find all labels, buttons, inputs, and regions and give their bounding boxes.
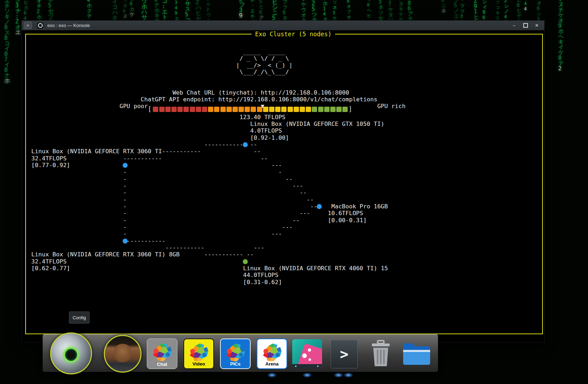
terminal-text: Linux Box (NVIDIA GEFORCE RTX 4060 TI) 1…: [243, 265, 388, 272]
terminal-row: ----: [26, 182, 542, 190]
terminal-row: [0.77-0.92]---: [26, 162, 542, 169]
terminal-row: | __/> < (_) |: [26, 62, 542, 69]
running-indicator: [344, 373, 353, 378]
matrix-column: クニヒホ0ナウヌノ1ス:イキソ9ク3ナ:Zオエ: [15, 0, 21, 35]
gpu-bar-segment: [257, 107, 262, 112]
terminal-text: -: [123, 182, 127, 189]
cluster-frame: Exo Cluster (5 nodes) _____ _____ / _ \ …: [25, 34, 543, 334]
terminal-text: | __/> < (_) |: [236, 62, 293, 69]
gpu-bar-segment: [239, 107, 244, 112]
terminal-row: [0.31-0.62]: [26, 279, 542, 286]
gpu-bar-segment: [300, 107, 305, 112]
node-dot-blue: [317, 204, 322, 209]
terminal-row: Linux Box (NVIDIA GEFORCE RTX 3060 TI---…: [26, 148, 542, 155]
terminal-text: _____ _____: [236, 48, 285, 55]
node-dot-blue: [243, 142, 248, 147]
folder-icon: [402, 342, 432, 366]
terminal-text: -: [123, 210, 127, 217]
maximize-button[interactable]: [522, 22, 529, 29]
terminal-text: -: [123, 217, 127, 224]
gpu-bar-open-bracket: [: [147, 106, 152, 113]
matrix-column: フハ04ヌチケオ9ホヘキイケ0テ2: [558, 0, 564, 71]
terminal-row: Linux Box (NVIDIA GEFORCE RTX 3060 TI) 8…: [26, 251, 542, 258]
terminal-text: ChatGPT API endpoint: http://192.168.0.1…: [141, 96, 378, 103]
terminal-row: ----: [26, 224, 542, 231]
running-indicator: [334, 373, 343, 378]
gpu-bar-segment: [208, 107, 213, 112]
terminal-row: [0.62-0.77]Linux Box (NVIDIA GEFORCE RTX…: [26, 265, 542, 272]
terminal-row: ---MacBook Pro 16GB: [26, 203, 542, 210]
running-indicator: [303, 373, 312, 378]
terminal-content: Exo Cluster (5 nodes) _____ _____ / _ \ …: [22, 30, 544, 342]
dock-item-chat[interactable]: Chat: [147, 338, 177, 369]
gpu-bar-segment: [202, 107, 207, 112]
terminal-text: ---: [293, 182, 303, 189]
gpu-bar-segment: [336, 107, 342, 112]
running-indicator: [267, 373, 277, 378]
terminal-text: -: [123, 224, 127, 230]
terminal-row: --: [26, 169, 542, 176]
terminal-row: _____ _____: [26, 48, 542, 55]
terminal-text: ---: [282, 224, 293, 230]
terminal-text: --: [250, 141, 257, 148]
topology: _____ _____ / _ \ \/ / _ \| __/> < (_) |…: [26, 34, 542, 334]
terminal-row: / _ \ \/ / _ \: [26, 55, 542, 62]
terminal-text: -: [278, 169, 282, 175]
dock-item-arena-label: Arena: [266, 361, 279, 367]
dock-item-file-manager[interactable]: [402, 342, 432, 367]
dock-item-arena[interactable]: Arena: [257, 338, 287, 369]
window-titlebar[interactable]: > exo : exo — Konsole – ✕: [22, 21, 544, 31]
terminal-text: Linux Box (NVIDIA GEFORCE RTX 3060 TI) 8…: [31, 251, 180, 258]
dock-item-video[interactable]: Video: [183, 338, 214, 369]
human-avatar-launcher[interactable]: [104, 335, 141, 373]
terminal-text: 32.4TFLOPS: [31, 155, 66, 162]
terminal-text: -: [123, 230, 127, 237]
gpu-gradient-bar: [ ]: [147, 106, 353, 113]
gpu-bar-segment: [214, 107, 219, 112]
config-button[interactable]: Config: [69, 311, 90, 324]
dock-item-chat-label: Chat: [157, 362, 167, 367]
terminal-row: \___/_/\_\___/: [26, 69, 542, 76]
gpu-bar-segment: [288, 107, 293, 112]
terminal-text: [0.62-0.77]: [31, 265, 70, 272]
terminal-row: ---: [26, 176, 542, 183]
dock-item-konsole[interactable]: >: [331, 340, 358, 368]
dock-item-media-app[interactable]: [292, 339, 322, 368]
terminal-row: Linux Box (NVIDIA GEFORCE GTX 1050 TI): [26, 121, 542, 128]
terminal-row: ----10.6TFLOPS: [26, 210, 542, 217]
terminal-row: Web Chat URL (tinychat): http://192.168.…: [26, 89, 542, 96]
minimize-button[interactable]: –: [510, 22, 518, 29]
gpu-bar-segment: [153, 107, 158, 112]
robot-avatar-launcher[interactable]: [50, 332, 92, 374]
media-app-toolbar-strip: [292, 364, 322, 368]
dock-item-pics[interactable]: PICs: [220, 338, 251, 369]
gpu-bar-segment: [165, 107, 171, 112]
terminal-row: ----: [26, 230, 542, 238]
terminal-text: -: [123, 169, 127, 175]
gpu-bar-segment: [190, 107, 195, 112]
terminal-text: ---: [254, 244, 264, 251]
terminal-text: 10.6TFLOPS: [328, 210, 363, 217]
matrix-column: シ2ノ6イ・ハ8チアハニクコケエチソキノ8ス8コイ07イ8ナホ: [4, 0, 10, 83]
dock-item-trash[interactable]: [369, 340, 392, 368]
konsole-window: > exo : exo — Konsole – ✕ Exo Cluster (5…: [21, 20, 545, 343]
terminal-row: ---[0.00-0.31]: [26, 217, 542, 224]
terminal-tab-icon[interactable]: >: [24, 22, 32, 29]
terminal-text: Linux Box (NVIDIA GEFORCE RTX 3060 TI---…: [31, 148, 201, 155]
gpu-bar-segment: [251, 107, 256, 112]
media-app-dot-icon: [308, 348, 311, 352]
terminal-text: --: [293, 217, 300, 224]
media-app-dot-icon: [309, 358, 311, 361]
terminal-row: -----------: [26, 238, 542, 245]
terminal-text: -: [123, 176, 127, 182]
terminal-text: --: [300, 189, 307, 196]
terminal-text: -: [123, 189, 127, 196]
terminal-row: 44.0TFLOPS: [26, 272, 542, 279]
gpu-bar-squares: [152, 107, 348, 112]
terminal-row: 32.4TFLOPS: [26, 258, 542, 265]
terminal-text: Web Chat URL (tinychat): http://192.168.…: [172, 89, 349, 96]
terminal-text: --: [307, 196, 314, 203]
gpu-bar-segment: [263, 107, 268, 112]
terminal-text: ---: [271, 162, 282, 169]
close-button[interactable]: ✕: [533, 22, 541, 29]
